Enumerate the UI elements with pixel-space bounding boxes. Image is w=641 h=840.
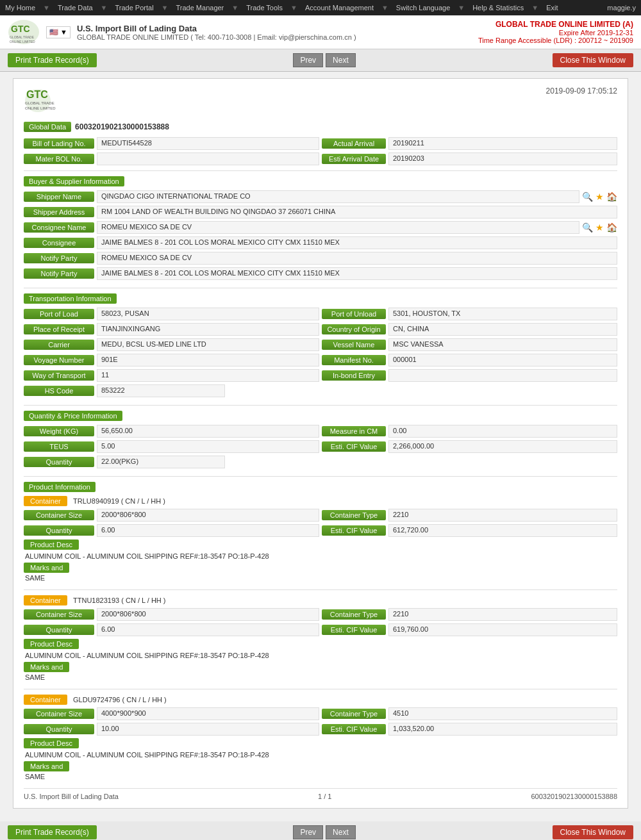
c1-type-label: Container Type [322,510,386,520]
nav-buttons-top: Prev Next [293,53,355,67]
close-button-top[interactable]: Close This Window [553,53,633,67]
c1-qty-field: Quantity 6.00 [24,524,319,537]
container-3-badge: Container [24,695,67,705]
consignee-search-icon[interactable]: 🔍 [582,222,593,233]
flag-selector[interactable]: 🇺🇸 ▼ [46,26,71,38]
voyage-value: 901E [97,354,319,366]
product-section-label: Product Information [24,482,96,492]
page-subtitle: GLOBAL TRADE ONLINE LIMITED ( Tel: 400-7… [77,33,356,41]
measure-value: 0.00 [388,425,617,438]
transport-section-label: Transportation Information [24,293,117,304]
record-date: 2019-09-09 17:05:12 [546,86,617,95]
qty-value: 22.00(PKG) [97,456,225,468]
consignee-home-icon[interactable]: 🏠 [606,222,617,233]
measure-label: Measure in CM [322,426,386,436]
c2-size-label: Container Size [24,609,94,620]
measure-field: Measure in CM 0.00 [322,425,617,438]
main-content: GTC GLOBAL TRADE ONLINE LIMITED 2019-09-… [0,72,641,821]
port-load-field: Port of Load 58023, PUSAN [24,308,319,320]
place-receipt-value: TIANJINXINGANG [97,323,319,336]
shipper-address-value: RM 1004 LAND OF WEALTH BUILDING NO QINGD… [97,206,617,218]
c1-qty-label: Quantity [24,525,94,536]
bol-value: MEDUTI544528 [97,137,319,150]
print-record-button-top[interactable]: Print Trade Record(s) [8,53,97,67]
buyer-section-label: Buyer & Supplier Information [24,176,124,186]
c3-product-desc-text: ALUMINUM COIL - ALUMINUM COIL SHIPPING R… [24,751,617,759]
c1-product-desc-text: ALUMINUM COIL - ALUMINUM COIL SHIPPING R… [24,552,617,560]
manifest-field: Manifest No. 000001 [322,354,617,366]
c2-product-desc-badge: Product Desc [24,639,79,649]
svg-text:ONLINE LIMITED: ONLINE LIMITED [10,40,35,44]
c3-type-value: 4510 [388,707,617,720]
esti-cif-value: 2,266,000.00 [388,440,617,453]
c3-size-field: Container Size 4000*900*900 [24,707,319,720]
carrier-row: Carrier MEDU, BCSL US-MED LINE LTD Vesse… [24,338,617,351]
shipper-home-icon[interactable]: 🏠 [606,192,617,202]
nav-help-statistics[interactable]: Help & Statistics [472,4,524,12]
gtc-logo-icon: GTC GLOBAL TRADE ONLINE LIMITED [8,19,40,45]
nav-trade-tools[interactable]: Trade Tools [246,4,283,12]
current-user: maggie.y [607,4,636,12]
c3-marks-badge: Marks and [24,761,69,771]
c1-cif-field: Esti. CIF Value 612,720.00 [322,524,617,537]
nav-trade-portal[interactable]: Trade Portal [115,4,153,12]
notify-party2-row: Notify Party JAIME BALMES 8 - 201 COL LO… [24,267,617,280]
c1-size-field: Container Size 2000*806*800 [24,509,319,522]
port-row: Port of Load 58023, PUSAN Port of Unload… [24,308,617,320]
container-1-size-row: Container Size 2000*806*800 Container Ty… [24,509,617,522]
time-range: Time Range Accessible (LDR) : 200712 ~ 2… [478,37,633,44]
in-bond-field: In-bond Entry [322,369,617,382]
carrier-field: Carrier MEDU, BCSL US-MED LINE LTD [24,338,319,351]
port-unload-label: Port of Unload [322,309,386,319]
qty-label: Quantity [24,457,94,467]
c3-qty-field: Quantity 10.00 [24,723,319,736]
c2-cif-value: 619,760.00 [388,623,617,636]
notify-party2-value: JAIME BALMES 8 - 201 COL LOS MORAL MEXIC… [97,267,617,280]
close-button-bottom[interactable]: Close This Window [553,825,633,839]
country-origin-label: Country of Origin [322,324,386,334]
nav-account-management[interactable]: Account Management [305,4,374,12]
carrier-label: Carrier [24,340,94,350]
container-2-size-row: Container Size 2000*806*800 Container Ty… [24,608,617,621]
nav-trade-data[interactable]: Trade Data [58,4,93,12]
prev-button-top[interactable]: Prev [293,53,323,67]
consignee-row: Consignee JAIME BALMES 8 - 201 COL LOS M… [24,236,617,249]
container-1-badge: Container [24,496,67,506]
prev-button-bottom[interactable]: Prev [293,825,323,839]
notify-party1-value: ROMEU MEXICO SA DE CV [97,252,617,265]
nav-switch-language[interactable]: Switch Language [396,4,450,12]
teus-value: 5.00 [97,440,319,453]
container-1-qty-row: Quantity 6.00 Esti. CIF Value 612,720.00 [24,524,617,537]
port-unload-field: Port of Unload 5301, HOUSTON, TX [322,308,617,320]
shipper-name-row: Shipper Name QINGDAO CIGO INTERNATIONAL … [24,190,617,203]
c1-type-field: Container Type 2210 [322,509,617,522]
port-load-label: Port of Load [24,309,94,319]
consignee-star-icon[interactable]: ★ [595,222,604,233]
way-transport-field: Way of Transport 11 [24,369,319,382]
container-2-qty-row: Quantity 6.00 Esti. CIF Value 619,760.00 [24,623,617,636]
record-gtc-logo-icon: GTC GLOBAL TRADE ONLINE LIMITED [24,86,75,115]
next-button-bottom[interactable]: Next [326,825,356,839]
country-origin-field: Country of Origin CN, CHINA [322,323,617,336]
c3-cif-label: Esti. CIF Value [322,724,386,734]
c1-marks-badge: Marks and [24,563,69,573]
container-2-id: TTNU1823193 ( CN / L / HH ) [73,597,165,604]
next-button-top[interactable]: Next [326,53,356,67]
c2-qty-value: 6.00 [97,623,319,636]
shipper-search-icon[interactable]: 🔍 [582,192,593,202]
in-bond-label: In-bond Entry [322,370,386,381]
c3-cif-value: 1,033,520.00 [388,723,617,736]
nav-trade-manager[interactable]: Trade Manager [176,4,224,12]
c2-cif-field: Esti. CIF Value 619,760.00 [322,623,617,636]
nav-my-home[interactable]: My Home [5,4,35,12]
print-record-button-bottom[interactable]: Print Trade Record(s) [8,825,97,839]
actual-arrival-field: Actual Arrival 20190211 [322,137,617,150]
vessel-name-value: MSC VANESSA [388,338,617,351]
mater-bol-field: Mater BOL No. [24,152,319,165]
c2-qty-field: Quantity 6.00 [24,623,319,636]
svg-text:ONLINE LIMITED: ONLINE LIMITED [25,106,56,110]
weight-row: Weight (KG) 56,650.00 Measure in CM 0.00 [24,425,617,438]
shipper-star-icon[interactable]: ★ [595,192,604,202]
c1-size-value: 2000*806*800 [97,509,319,522]
nav-exit[interactable]: Exit [546,4,558,12]
